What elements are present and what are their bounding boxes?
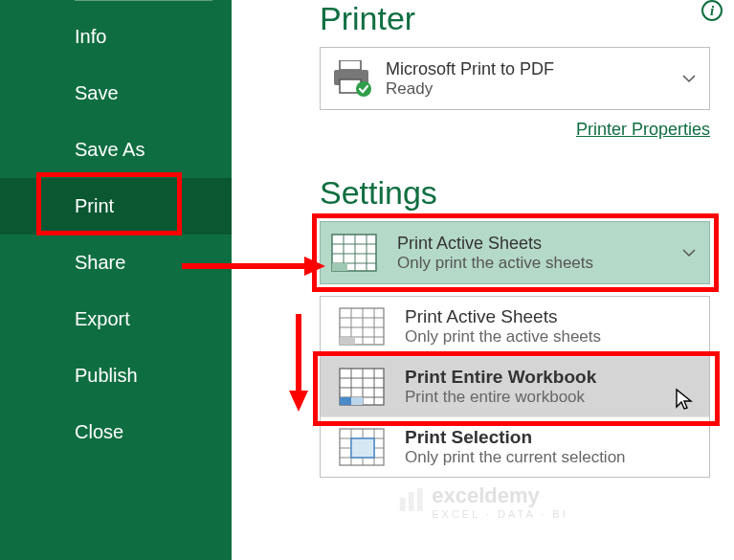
svg-rect-36 <box>351 438 374 458</box>
workbook-icon <box>338 367 386 407</box>
print-scope-dropdown: Print Active Sheets Only print the activ… <box>320 296 710 478</box>
option-title: Print Entire Workbook <box>405 367 596 388</box>
sidebar-item-close[interactable]: Close <box>0 404 232 460</box>
option-subtitle: Print the entire workbook <box>405 388 596 407</box>
svg-point-3 <box>356 81 371 97</box>
sidebar-item-share[interactable]: Share <box>0 235 232 291</box>
sidebar-item-export[interactable]: Export <box>0 291 232 347</box>
svg-rect-37 <box>399 498 405 511</box>
selected-scope-subtitle: Only print the active sheets <box>397 254 593 273</box>
info-icon[interactable]: i <box>701 0 723 21</box>
option-title: Print Active Sheets <box>405 306 601 327</box>
watermark-tag: EXCEL · DATA · BI <box>432 508 568 520</box>
chevron-down-icon <box>682 70 696 87</box>
option-print-entire-workbook[interactable]: Print Entire Workbook Print the entire w… <box>321 357 709 417</box>
printer-properties-link[interactable]: Printer Properties <box>576 120 710 139</box>
worksheet-icon <box>338 306 386 347</box>
backstage-sidebar: Info Save Save As Print Share Export Pub… <box>0 0 232 560</box>
printer-icon <box>330 60 372 97</box>
svg-rect-27 <box>340 397 351 405</box>
main-panel: i Printer Microsoft Print to PDF Ready <box>232 0 734 560</box>
option-print-selection[interactable]: Print Selection Only print the current s… <box>321 417 709 477</box>
svg-rect-38 <box>408 492 413 511</box>
chevron-down-icon <box>682 244 696 261</box>
printer-heading: Printer <box>320 0 734 37</box>
svg-rect-11 <box>332 263 347 271</box>
svg-rect-28 <box>351 397 363 405</box>
svg-rect-19 <box>340 337 355 345</box>
print-scope-selector[interactable]: Print Active Sheets Only print the activ… <box>320 221 710 284</box>
printer-status: Ready <box>386 79 554 99</box>
option-subtitle: Only print the active sheets <box>405 327 601 347</box>
svg-rect-39 <box>416 488 422 511</box>
sidebar-item-print[interactable]: Print <box>0 178 232 235</box>
sidebar-item-save-as[interactable]: Save As <box>0 122 232 178</box>
option-subtitle: Only print the current selection <box>405 448 626 467</box>
sidebar-item-publish[interactable]: Publish <box>0 347 232 404</box>
settings-heading: Settings <box>320 174 734 212</box>
svg-rect-0 <box>340 60 361 70</box>
watermark-brand: exceldemy <box>432 483 540 507</box>
printer-name: Microsoft Print to PDF <box>386 59 554 79</box>
option-title: Print Selection <box>405 427 626 448</box>
selection-icon <box>338 427 386 467</box>
sidebar-item-save[interactable]: Save <box>0 65 232 122</box>
watermark: exceldemy EXCEL · DATA · BI <box>397 483 568 520</box>
selected-scope-title: Print Active Sheets <box>397 234 593 254</box>
sidebar-divider <box>75 0 212 1</box>
sidebar-item-info[interactable]: Info <box>0 9 232 65</box>
printer-selector[interactable]: Microsoft Print to PDF Ready <box>320 47 710 110</box>
worksheet-icon <box>330 233 378 273</box>
option-print-active-sheets[interactable]: Print Active Sheets Only print the activ… <box>321 297 709 357</box>
